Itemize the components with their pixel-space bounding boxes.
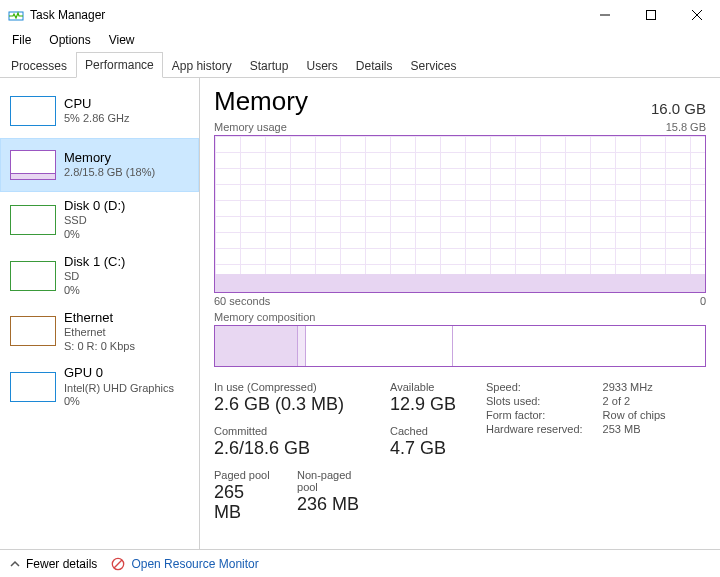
close-button[interactable] bbox=[674, 0, 720, 30]
stat-label: Non-paged pool bbox=[297, 469, 374, 493]
tab-app-history[interactable]: App history bbox=[163, 53, 241, 78]
memory-total: 16.0 GB bbox=[651, 100, 706, 117]
menu-view[interactable]: View bbox=[101, 31, 143, 49]
sidebar-item-sub: S: 0 R: 0 Kbps bbox=[64, 340, 135, 354]
window-controls bbox=[582, 0, 720, 30]
gpu-thumbnail-icon bbox=[10, 372, 56, 402]
tabbar: Processes Performance App history Startu… bbox=[0, 52, 720, 78]
page-title: Memory bbox=[214, 86, 308, 117]
minimize-button[interactable] bbox=[582, 0, 628, 30]
info-label: Speed: bbox=[486, 381, 583, 393]
open-resource-monitor-link[interactable]: Open Resource Monitor bbox=[111, 557, 258, 571]
info-value: 253 MB bbox=[603, 423, 666, 435]
stat-label: In use (Compressed) bbox=[214, 381, 374, 393]
stat-value: 265 MB bbox=[214, 483, 275, 523]
titlebar: Task Manager bbox=[0, 0, 720, 30]
ethernet-thumbnail-icon bbox=[10, 316, 56, 346]
tab-services[interactable]: Services bbox=[402, 53, 466, 78]
disk-thumbnail-icon bbox=[10, 261, 56, 291]
sidebar-item-ethernet[interactable]: Ethernet Ethernet S: 0 R: 0 Kbps bbox=[0, 304, 199, 360]
memory-info-grid: Speed: 2933 MHz Slots used: 2 of 2 Form … bbox=[486, 381, 666, 435]
sidebar-item-sub: Ethernet bbox=[64, 326, 135, 340]
app-icon bbox=[8, 7, 24, 23]
main-panel: Memory 16.0 GB Memory usage 15.8 GB 60 s… bbox=[200, 78, 720, 550]
info-value: Row of chips bbox=[603, 409, 666, 421]
chart-time-left: 60 seconds bbox=[214, 295, 270, 307]
stat-value: 2.6/18.6 GB bbox=[214, 439, 374, 459]
resource-monitor-icon bbox=[111, 557, 125, 571]
sidebar-item-sub: 0% bbox=[64, 395, 174, 409]
cpu-thumbnail-icon bbox=[10, 96, 56, 126]
sidebar-item-label: CPU bbox=[64, 96, 129, 112]
stat-value: 236 MB bbox=[297, 495, 374, 515]
sidebar-item-sub: 0% bbox=[64, 228, 125, 242]
menubar: File Options View bbox=[0, 30, 720, 50]
svg-line-6 bbox=[114, 560, 122, 568]
sidebar-item-disk1[interactable]: Disk 1 (C:) SD 0% bbox=[0, 248, 199, 304]
sidebar-item-cpu[interactable]: CPU 5% 2.86 GHz bbox=[0, 84, 199, 138]
stat-value: 4.7 GB bbox=[390, 439, 470, 459]
stat-label: Committed bbox=[214, 425, 374, 437]
tab-performance[interactable]: Performance bbox=[76, 52, 163, 78]
maximize-button[interactable] bbox=[628, 0, 674, 30]
stat-label: Cached bbox=[390, 425, 470, 437]
chart-time-right: 0 bbox=[700, 295, 706, 307]
svg-rect-2 bbox=[647, 11, 656, 20]
sidebar-item-sub: Intel(R) UHD Graphics bbox=[64, 382, 174, 396]
chevron-up-icon bbox=[10, 559, 20, 569]
tab-startup[interactable]: Startup bbox=[241, 53, 298, 78]
sidebar-item-sub: 5% 2.86 GHz bbox=[64, 112, 129, 126]
memory-usage-chart bbox=[214, 135, 706, 293]
window-title: Task Manager bbox=[30, 8, 105, 22]
performance-sidebar: CPU 5% 2.86 GHz Memory 2.8/15.8 GB (18%)… bbox=[0, 78, 200, 550]
sidebar-item-sub: SSD bbox=[64, 214, 125, 228]
stat-value: 2.6 GB (0.3 MB) bbox=[214, 395, 374, 415]
sidebar-item-sub: SD bbox=[64, 270, 125, 284]
stat-value: 12.9 GB bbox=[390, 395, 470, 415]
stat-label: Paged pool bbox=[214, 469, 275, 481]
tab-details[interactable]: Details bbox=[347, 53, 402, 78]
stat-label: Available bbox=[390, 381, 470, 393]
chart-max: 15.8 GB bbox=[666, 121, 706, 133]
composition-segment bbox=[298, 326, 305, 366]
sidebar-item-label: Disk 1 (C:) bbox=[64, 254, 125, 270]
info-value: 2 of 2 bbox=[603, 395, 666, 407]
sidebar-item-label: Disk 0 (D:) bbox=[64, 198, 125, 214]
sidebar-item-gpu[interactable]: GPU 0 Intel(R) UHD Graphics 0% bbox=[0, 359, 199, 415]
fewer-details-label: Fewer details bbox=[26, 557, 97, 571]
info-label: Hardware reserved: bbox=[486, 423, 583, 435]
info-label: Slots used: bbox=[486, 395, 583, 407]
sidebar-item-disk0[interactable]: Disk 0 (D:) SSD 0% bbox=[0, 192, 199, 248]
fewer-details-button[interactable]: Fewer details bbox=[10, 557, 97, 571]
statusbar: Fewer details Open Resource Monitor bbox=[0, 549, 720, 577]
sidebar-item-label: Memory bbox=[64, 150, 155, 166]
memory-composition-chart bbox=[214, 325, 706, 367]
memory-thumbnail-icon bbox=[10, 150, 56, 180]
tab-processes[interactable]: Processes bbox=[2, 53, 76, 78]
info-label: Form factor: bbox=[486, 409, 583, 421]
tab-users[interactable]: Users bbox=[297, 53, 346, 78]
sidebar-item-memory[interactable]: Memory 2.8/15.8 GB (18%) bbox=[0, 138, 199, 192]
disk-thumbnail-icon bbox=[10, 205, 56, 235]
menu-options[interactable]: Options bbox=[41, 31, 98, 49]
sidebar-item-label: Ethernet bbox=[64, 310, 135, 326]
composition-segment bbox=[453, 326, 705, 366]
chart-title: Memory usage bbox=[214, 121, 287, 133]
sidebar-item-sub: 0% bbox=[64, 284, 125, 298]
composition-segment bbox=[306, 326, 453, 366]
sidebar-item-sub: 2.8/15.8 GB (18%) bbox=[64, 166, 155, 180]
menu-file[interactable]: File bbox=[4, 31, 39, 49]
open-resource-monitor-label: Open Resource Monitor bbox=[131, 557, 258, 571]
info-value: 2933 MHz bbox=[603, 381, 666, 393]
sidebar-item-label: GPU 0 bbox=[64, 365, 174, 381]
composition-title: Memory composition bbox=[214, 311, 706, 323]
composition-segment bbox=[215, 326, 298, 366]
